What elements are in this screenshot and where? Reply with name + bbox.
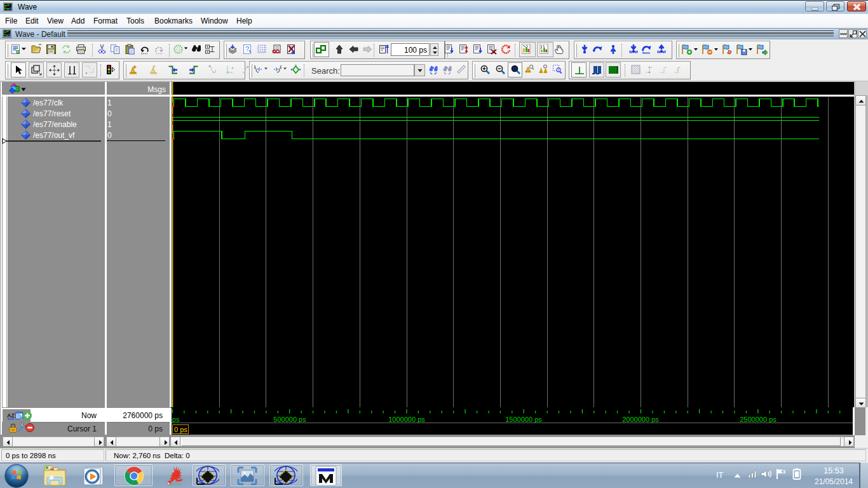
svg-text:?: ?: [245, 45, 249, 53]
svg-text:AZ: AZ: [7, 412, 15, 419]
